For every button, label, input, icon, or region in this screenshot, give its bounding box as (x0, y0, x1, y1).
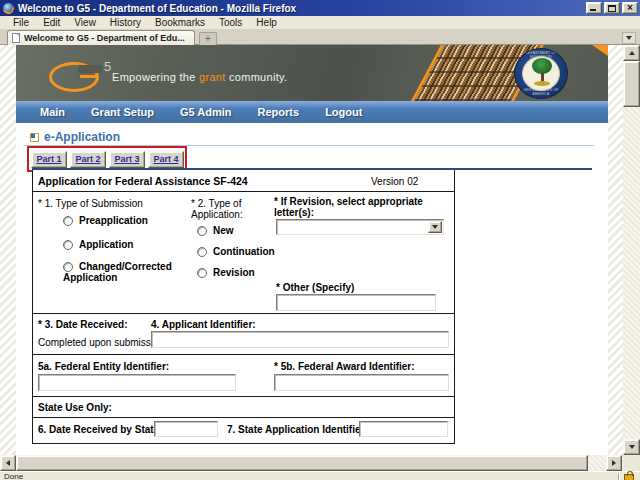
scroll-down-button[interactable] (623, 439, 640, 455)
form-row-6-7: 6. Date Received by State: 7. State Appl… (33, 418, 454, 443)
tab-part-1[interactable]: Part 1 (31, 151, 67, 168)
tab-title: Welcome to G5 - Department of Edu... (24, 33, 185, 43)
radio-changed-corrected[interactable]: Changed/Corrected Application (63, 261, 191, 283)
lock-icon (624, 474, 634, 480)
list-tabs-button[interactable] (622, 32, 636, 44)
form-row-3-4: * 3. Date Received: Completed upon submi… (33, 314, 454, 355)
menu-history[interactable]: History (103, 16, 148, 29)
label-federal-award-identifier: * 5b. Federal Award Identifier: (274, 361, 415, 372)
radio-preapplication[interactable]: Preapplication (63, 215, 148, 226)
arrow-up-icon (629, 51, 635, 55)
menu-tools[interactable]: Tools (212, 16, 249, 29)
form-row-state-use: State Use Only: (33, 397, 454, 418)
firefox-icon (3, 3, 14, 14)
menu-help[interactable]: Help (249, 16, 284, 29)
select-dropdown-button[interactable] (428, 221, 442, 233)
revision-letters-select[interactable] (276, 219, 444, 235)
tab-part-3[interactable]: Part 3 (109, 151, 145, 168)
sf424-form: Application for Federal Assistance SF-42… (32, 170, 455, 444)
nav-logout[interactable]: Logout (325, 106, 362, 118)
scrollbar-corner (623, 455, 640, 471)
tagline-grant-word: grant (199, 71, 226, 83)
applicant-identifier-input[interactable] (151, 331, 449, 348)
browser-tab-active[interactable]: Welcome to G5 - Department of Edu... (7, 30, 195, 45)
radio-icon[interactable] (63, 240, 73, 250)
radio-new[interactable]: New (197, 225, 234, 236)
federal-entity-identifier-input[interactable] (38, 374, 236, 391)
banner-tagline: Empowering the grant community. (112, 71, 287, 83)
label-date-received-by-state: 6. Date Received by State: (38, 424, 163, 435)
nav-grant-setup[interactable]: Grant Setup (91, 106, 154, 118)
web-page: 5 Empowering the grant community. DEPART… (16, 45, 608, 455)
new-tab-button[interactable]: + (199, 32, 217, 45)
date-received-by-state-input[interactable] (154, 421, 218, 437)
status-separator (618, 473, 620, 480)
radio-icon[interactable] (197, 226, 207, 236)
label-type-of-application: * 2. Type of Application: (191, 198, 263, 220)
arrow-right-icon (612, 460, 616, 466)
other-specify-input[interactable] (276, 294, 436, 311)
label-federal-entity-identifier: 5a. Federal Entity Identifier: (38, 361, 169, 372)
minimize-button[interactable] (586, 2, 602, 14)
vertical-scrollbar-thumb[interactable] (623, 61, 640, 107)
tab-part-4[interactable]: Part 4 (148, 151, 184, 168)
close-button[interactable]: × (622, 2, 638, 14)
label-date-received: * 3. Date Received: (38, 319, 128, 330)
form-row-types: * 1. Type of Submission Preapplication A… (33, 192, 454, 314)
status-text: Done (4, 472, 23, 480)
state-application-identifier-input[interactable] (359, 421, 448, 437)
label-applicant-identifier: 4. Applicant Identifier: (151, 319, 256, 330)
radio-icon[interactable] (63, 262, 73, 272)
radio-icon[interactable] (197, 247, 207, 257)
status-bar: Done (0, 471, 640, 480)
page-title: e-Application (44, 130, 120, 144)
arrow-left-icon (6, 460, 10, 466)
menu-file[interactable]: File (6, 16, 36, 29)
g5-banner: 5 Empowering the grant community. DEPART… (16, 45, 608, 101)
nav-reports[interactable]: Reports (258, 106, 300, 118)
horizontal-scrollbar[interactable] (0, 455, 623, 471)
e-application-icon (30, 133, 39, 142)
radio-continuation[interactable]: Continuation (197, 246, 275, 257)
arrow-down-icon (629, 445, 635, 449)
label-other-specify: * Other (Specify) (276, 282, 354, 293)
main-nav-bar: Main Grant Setup G5 Admin Reports Logout (16, 101, 608, 123)
label-type-of-submission: * 1. Type of Submission (38, 198, 143, 209)
vertical-scrollbar[interactable] (623, 45, 640, 455)
page-icon (12, 33, 20, 43)
radio-icon[interactable] (197, 268, 207, 278)
form-version: Version 02 (371, 176, 418, 187)
nav-g5-admin[interactable]: G5 Admin (180, 106, 232, 118)
restore-button[interactable] (604, 2, 620, 14)
radio-application[interactable]: Application (63, 239, 133, 250)
tab-strip: Welcome to G5 - Department of Edu... + (0, 29, 640, 45)
browser-window: Welcome to G5 - Department of Education … (0, 0, 640, 480)
menu-bookmarks[interactable]: Bookmarks (148, 16, 212, 29)
department-of-education-seal: DEPARTMENT OF EDUCATION UNITED STATES OF… (514, 48, 568, 99)
note-completed-upon-submission: Completed upon submission (38, 337, 164, 348)
nav-main[interactable]: Main (40, 106, 65, 118)
radio-revision[interactable]: Revision (197, 267, 255, 278)
menu-view[interactable]: View (67, 16, 103, 29)
form-row-5: 5a. Federal Entity Identifier: * 5b. Fed… (33, 355, 454, 397)
federal-award-identifier-input[interactable] (274, 374, 449, 391)
chevron-down-icon (432, 225, 438, 229)
tab-part-2[interactable]: Part 2 (70, 151, 106, 168)
label-state-application-identifier: 7. State Application Identifier: (227, 424, 368, 435)
form-header-row: Application for Federal Assistance SF-42… (33, 170, 454, 192)
horizontal-scrollbar-thumb[interactable] (16, 455, 588, 471)
window-title: Welcome to G5 - Department of Education … (18, 3, 296, 14)
label-if-revision: * If Revision, select appropriate letter… (274, 196, 446, 218)
menu-edit[interactable]: Edit (36, 16, 67, 29)
scroll-left-button[interactable] (0, 455, 16, 471)
chevron-down-icon (626, 36, 632, 40)
title-bar: Welcome to G5 - Department of Education … (0, 0, 640, 16)
radio-icon[interactable] (63, 216, 73, 226)
content-area: e-Application Part 1 Part 2 Part 3 Part … (16, 123, 608, 455)
orange-corner-shape (592, 45, 608, 56)
scroll-up-button[interactable] (623, 45, 640, 61)
scroll-right-button[interactable] (606, 455, 622, 471)
seal-tree-icon (532, 58, 552, 74)
label-state-use-only: State Use Only: (38, 402, 112, 413)
g5-logo-five: 5 (104, 59, 111, 74)
